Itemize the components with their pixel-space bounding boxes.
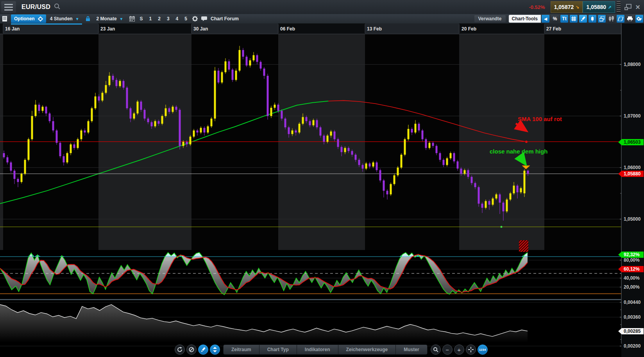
settings-draw-icon[interactable]	[635, 15, 643, 23]
sort-arrows-icon[interactable]	[210, 345, 220, 355]
draw-tool-icon[interactable]	[579, 15, 587, 23]
chat-bubble-icon[interactable]	[200, 15, 208, 23]
buy-arrow-icon: ➚	[608, 5, 612, 10]
grid-icon[interactable]	[570, 15, 578, 23]
svg-text:92,32%: 92,32%	[624, 252, 640, 257]
gear-icon	[38, 16, 43, 21]
related-button[interactable]: Verwandte	[474, 15, 506, 22]
zoom-icon[interactable]	[431, 345, 441, 355]
title-bar: EUR/USD -0.52% 1,05872 ➘ 1,05880 ➚ ×	[0, 0, 644, 14]
interval-value: 4 Stunden	[50, 16, 73, 21]
sell-price-button[interactable]: 1,05872 ➘	[551, 1, 583, 13]
period-1-button[interactable]: 1	[146, 16, 155, 21]
print-icon[interactable]	[626, 15, 634, 23]
buy-price-button[interactable]: 1,05880 ➚	[583, 1, 615, 13]
period-4-button[interactable]: 4	[173, 16, 182, 21]
chevron-down-icon: ▼	[75, 17, 79, 21]
svg-text:80,00%: 80,00%	[624, 257, 640, 263]
gear-icon[interactable]	[191, 15, 199, 23]
chart-tools-label: Chart-Tools	[509, 15, 541, 23]
svg-text:1,05880: 1,05880	[624, 171, 641, 177]
svg-text:13 Feb: 13 Feb	[367, 26, 382, 32]
svg-text:20 Feb: 20 Feb	[462, 26, 476, 32]
crosshair-icon[interactable]	[466, 345, 476, 355]
refresh-icon[interactable]	[175, 345, 185, 355]
chart-typ-button[interactable]: Chart Typ	[259, 345, 297, 354]
svg-text:0,00200: 0,00200	[624, 343, 641, 349]
lock-icon[interactable]	[84, 15, 92, 23]
menu-icon[interactable]	[1, 1, 16, 13]
options-label: Optionen	[14, 16, 35, 21]
daily-change: -0.52%	[529, 4, 545, 10]
chevron-down-icon: ▼	[120, 17, 123, 21]
percent-icon[interactable]: %	[551, 15, 559, 23]
svg-text:1,06000: 1,06000	[624, 165, 641, 170]
chart-menu-group: Zeitraum Chart Typ Indikatoren Zeichenwe…	[223, 345, 428, 355]
svg-text:27 Feb: 27 Feb	[546, 26, 561, 32]
chart-panel: 16 Jan23 Jan30 Jan06 Feb13 Feb20 Feb27 F…	[0, 23, 644, 357]
svg-text:1,06503: 1,06503	[624, 139, 641, 145]
period-S-button[interactable]: S	[137, 16, 146, 21]
period-5-button[interactable]: 5	[181, 16, 190, 21]
zeichenwerkzeuge-button[interactable]: Zeichenwerkzeuge	[338, 345, 396, 354]
chart-canvas[interactable]: 16 Jan23 Jan30 Jan06 Feb13 Feb20 Feb27 F…	[0, 23, 644, 357]
restore-window-icon[interactable]	[624, 3, 632, 11]
candle-type-icon[interactable]	[589, 15, 596, 23]
chart-forum-link[interactable]: Chart Forum	[211, 16, 239, 21]
back-arrow-icon[interactable]: ◀	[542, 15, 549, 23]
svg-text:30 Jan: 30 Jan	[193, 26, 208, 32]
eraser-icon[interactable]	[617, 15, 624, 23]
sell-price: 1,05872	[554, 4, 574, 10]
svg-text:0,00285: 0,00285	[624, 328, 641, 334]
svg-text:1,08000: 1,08000	[624, 62, 641, 67]
disable-drawings-icon[interactable]	[186, 345, 197, 355]
chart-bottom-toolbar: Zeitraum Chart Typ Indikatoren Zeichenwe…	[175, 344, 488, 355]
sell-arrow-icon: ➘	[576, 5, 579, 10]
instrument-title: EUR/USD	[21, 4, 50, 11]
layout-windows-icon[interactable]	[598, 15, 606, 23]
svg-text:1,07000: 1,07000	[624, 113, 641, 119]
svg-text:40,00%: 40,00%	[624, 275, 640, 281]
svg-text:close nahe dem high: close nahe dem high	[490, 148, 547, 155]
muster-button[interactable]: Muster	[396, 345, 427, 354]
list-icon[interactable]	[1, 15, 9, 23]
price-axis: 1,080001,070001,060001,0500080,00%40,00%…	[618, 23, 644, 357]
chart-toolbar: Optionen 4 Stunden ▼ 2 Monate ▼ S 1 2 3 …	[0, 14, 644, 23]
pencil-icon[interactable]	[198, 345, 208, 355]
week-bands	[0, 23, 621, 357]
search-icon[interactable]	[54, 3, 61, 11]
svg-text:16 Jan: 16 Jan	[5, 26, 20, 32]
period-2-button[interactable]: 2	[155, 16, 164, 21]
period-3-button[interactable]: 3	[164, 16, 173, 21]
interval-dropdown[interactable]: 4 Stunden ▼	[46, 16, 83, 21]
numpad-icon[interactable]: 1234	[478, 345, 488, 355]
svg-text:1,05000: 1,05000	[624, 216, 641, 222]
svg-text:0,00360: 0,00360	[624, 314, 641, 320]
buy-price: 1,05880	[586, 4, 606, 10]
zoom-out-icon[interactable]: −	[442, 345, 453, 355]
svg-text:06 Feb: 06 Feb	[280, 26, 295, 32]
svg-text:0,00440: 0,00440	[624, 300, 641, 305]
svg-text:SMA 100 auf rot: SMA 100 auf rot	[518, 116, 562, 122]
range-value: 2 Monate	[97, 16, 117, 21]
close-icon[interactable]: ×	[635, 3, 640, 11]
indikatoren-button[interactable]: Indikatoren	[297, 345, 338, 354]
stoch-overflow-hatch	[519, 240, 528, 252]
candlestick-compare-icon[interactable]	[607, 15, 615, 23]
drag-handle[interactable]	[617, 1, 621, 13]
svg-text:23 Jan: 23 Jan	[100, 26, 115, 32]
calendar-icon[interactable]	[128, 15, 136, 23]
options-button[interactable]: Optionen	[11, 14, 46, 23]
range-dropdown[interactable]: 2 Monate ▼	[93, 16, 127, 21]
svg-text:20,00%: 20,00%	[624, 284, 640, 290]
zoom-in-icon[interactable]: +	[454, 345, 464, 355]
zeitraum-button[interactable]: Zeitraum	[224, 345, 259, 354]
text-tool-icon[interactable]: Tt	[560, 15, 568, 23]
svg-text:60,12%: 60,12%	[624, 266, 640, 272]
